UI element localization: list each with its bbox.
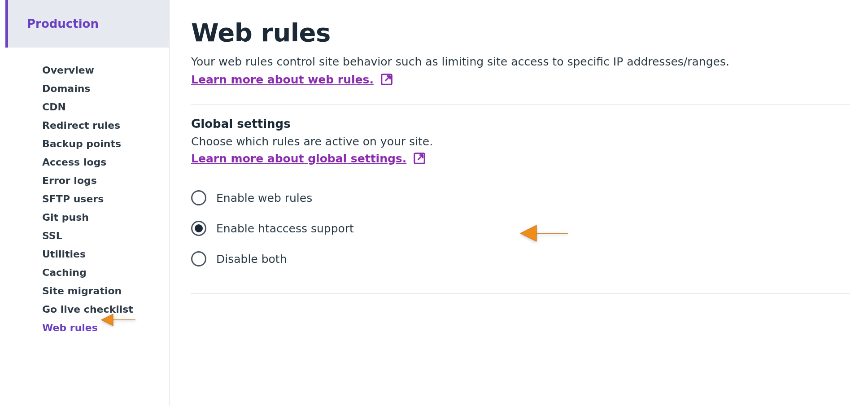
sidebar: Production Overview Domains CDN Redirect… xyxy=(5,0,170,406)
sidebar-item-label: Error logs xyxy=(42,175,97,186)
section-divider xyxy=(191,104,850,105)
sidebar-item-label: CDN xyxy=(42,101,66,113)
sidebar-item-redirect-rules[interactable]: Redirect rules xyxy=(42,119,169,132)
global-settings-radio-group: Enable web rules Enable htaccess support… xyxy=(191,190,850,266)
sidebar-item-sftp-users[interactable]: SFTP users xyxy=(42,192,169,205)
sidebar-item-label: Caching xyxy=(42,267,87,278)
sidebar-item-label: SFTP users xyxy=(42,193,104,205)
radio-label: Enable htaccess support xyxy=(216,222,354,235)
sidebar-item-label: Utilities xyxy=(42,249,86,260)
sidebar-item-label: Site migration xyxy=(42,285,122,297)
sidebar-header-label: Production xyxy=(27,17,99,31)
learn-more-web-rules-link[interactable]: Learn more about web rules. xyxy=(191,73,393,86)
sidebar-item-ssl[interactable]: SSL xyxy=(42,229,169,242)
sidebar-item-label: Git push xyxy=(42,212,89,223)
sidebar-item-label: Overview xyxy=(42,65,94,76)
section-divider xyxy=(191,293,850,294)
sidebar-header[interactable]: Production xyxy=(5,0,169,48)
sidebar-item-web-rules[interactable]: Web rules xyxy=(42,321,169,334)
app-root: Production Overview Domains CDN Redirect… xyxy=(0,0,868,406)
radio-icon xyxy=(191,190,206,205)
sidebar-item-domains[interactable]: Domains xyxy=(42,82,169,95)
page-title: Web rules xyxy=(191,18,850,47)
learn-more-global-settings-link[interactable]: Learn more about global settings. xyxy=(191,152,426,165)
sidebar-item-error-logs[interactable]: Error logs xyxy=(42,174,169,187)
sidebar-item-utilities[interactable]: Utilities xyxy=(42,248,169,261)
sidebar-item-label: Go live checklist xyxy=(42,304,133,315)
page-subtitle: Your web rules control site behavior suc… xyxy=(191,55,850,68)
sidebar-item-label: Backup points xyxy=(42,138,121,149)
radio-disable-both[interactable]: Disable both xyxy=(191,251,850,266)
radio-enable-htaccess[interactable]: Enable htaccess support xyxy=(191,221,850,236)
radio-icon xyxy=(191,221,206,236)
sidebar-item-label: Domains xyxy=(42,83,90,94)
sidebar-item-caching[interactable]: Caching xyxy=(42,266,169,279)
learn-more-link-label: Learn more about global settings. xyxy=(191,152,406,165)
sidebar-item-access-logs[interactable]: Access logs xyxy=(42,156,169,169)
radio-enable-web-rules[interactable]: Enable web rules xyxy=(191,190,850,205)
sidebar-item-label: Web rules xyxy=(42,322,98,333)
sidebar-item-site-migration[interactable]: Site migration xyxy=(42,284,169,297)
sidebar-item-go-live-checklist[interactable]: Go live checklist xyxy=(42,303,169,316)
main-content: Web rules Your web rules control site be… xyxy=(170,0,868,406)
external-link-icon xyxy=(413,152,426,165)
learn-more-link-label: Learn more about web rules. xyxy=(191,73,374,86)
radio-icon xyxy=(191,251,206,266)
sidebar-item-backup-points[interactable]: Backup points xyxy=(42,137,169,150)
sidebar-item-label: Access logs xyxy=(42,157,106,168)
global-settings-subtitle: Choose which rules are active on your si… xyxy=(191,135,850,148)
sidebar-item-overview[interactable]: Overview xyxy=(42,64,169,77)
radio-label: Enable web rules xyxy=(216,192,312,205)
global-settings-heading: Global settings xyxy=(191,117,850,131)
sidebar-item-label: SSL xyxy=(42,230,62,241)
external-link-icon xyxy=(380,73,393,86)
sidebar-item-cdn[interactable]: CDN xyxy=(42,100,169,114)
sidebar-item-git-push[interactable]: Git push xyxy=(42,211,169,224)
radio-label: Disable both xyxy=(216,253,287,266)
sidebar-item-label: Redirect rules xyxy=(42,120,120,131)
sidebar-items: Overview Domains CDN Redirect rules Back… xyxy=(5,48,169,334)
